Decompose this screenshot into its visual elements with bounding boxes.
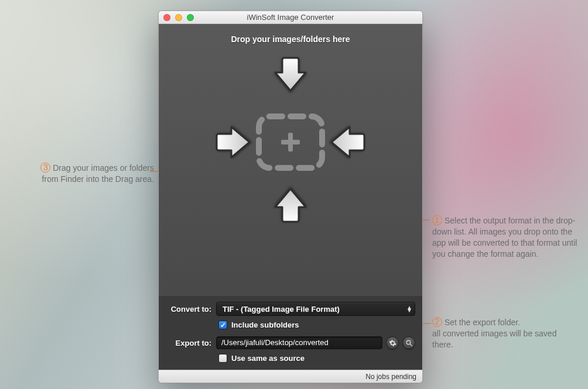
drop-hint-text: Drop your images/folders here xyxy=(231,35,350,44)
drop-graphic xyxy=(203,54,378,230)
svg-line-9 xyxy=(410,344,412,346)
arrow-down-icon xyxy=(270,54,311,95)
export-to-label: Export to: xyxy=(166,339,216,347)
reveal-button[interactable] xyxy=(402,336,415,349)
svg-rect-7 xyxy=(281,140,300,144)
convert-to-value: TIF - (Tagged Image File Format) xyxy=(223,305,340,314)
callout-1-text: Select the output format in the drop-dow… xyxy=(432,216,577,259)
convert-to-label: Convert to: xyxy=(166,305,216,314)
use-same-as-source-label: Use same as source xyxy=(231,354,305,363)
window-minimize-button[interactable] xyxy=(175,14,182,21)
callout-3-text: Drag your images or folders from Finder … xyxy=(42,163,154,184)
titlebar[interactable]: iWinSoft Image Converter xyxy=(159,11,422,24)
status-bar: No jobs pending xyxy=(159,370,422,383)
arrow-up-icon xyxy=(270,184,311,225)
export-path-field[interactable]: /Users/jiafuli/Desktop/converted xyxy=(216,336,382,349)
svg-point-8 xyxy=(406,340,411,345)
select-stepper-icon: ▲▼ xyxy=(406,306,411,312)
arrow-right-icon xyxy=(213,122,254,163)
controls-panel: Convert to: TIF - (Tagged Image File For… xyxy=(159,296,422,370)
convert-to-select[interactable]: TIF - (Tagged Image File Format) ▲▼ xyxy=(216,302,415,316)
window-close-button[interactable] xyxy=(163,14,170,21)
callout-1: 1 Select the output format in the drop-d… xyxy=(432,215,579,260)
app-window: iWinSoft Image Converter Drop your image… xyxy=(158,11,423,383)
plus-icon xyxy=(279,130,302,154)
window-title: iWinSoft Image Converter xyxy=(159,13,422,22)
window-zoom-button[interactable] xyxy=(187,14,194,21)
drop-zone[interactable]: Drop your images/folders here xyxy=(159,24,422,296)
settings-button[interactable] xyxy=(386,336,399,349)
magnifier-icon xyxy=(405,339,413,347)
callout-2: 2 Set the export folder. all converted i… xyxy=(432,317,567,350)
status-text: No jobs pending xyxy=(365,373,416,381)
callout-3: 3 Drag your images or folders from Finde… xyxy=(22,163,154,185)
content-area: Drop your images/folders here Convert to… xyxy=(159,24,422,370)
use-same-as-source-checkbox[interactable] xyxy=(218,354,227,363)
include-subfolders-label: Include subfolders xyxy=(231,321,299,329)
gear-icon xyxy=(389,339,396,347)
arrow-left-icon xyxy=(327,122,368,163)
include-subfolders-checkbox[interactable]: ✓ xyxy=(218,321,227,329)
callout-2-text: Set the export folder. all converted ima… xyxy=(432,318,556,349)
